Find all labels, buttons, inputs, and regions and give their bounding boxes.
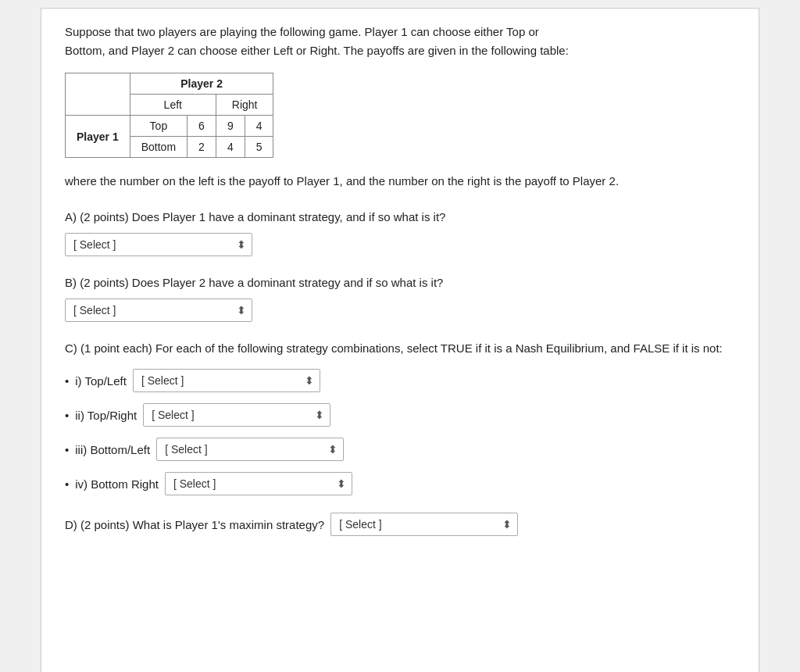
question-a-block: A) (2 points) Does Player 1 have a domin… — [65, 208, 735, 256]
question-b-text: B) (2 points) Does Player 2 have a domin… — [65, 273, 735, 292]
sub-label-ii: ii) Top/Right — [75, 409, 137, 422]
intro-text: Suppose that two players are playing the… — [65, 23, 735, 60]
question-b-block: B) (2 points) Does Player 2 have a domin… — [65, 273, 735, 322]
bullet-i: • — [65, 374, 69, 388]
question-c-intro: C) (1 point each) For each of the follow… — [65, 339, 735, 358]
sub-select-i[interactable]: [ Select ] TRUE FALSE — [133, 369, 320, 392]
sub-select-wrapper-i: [ Select ] TRUE FALSE ⬍ — [133, 369, 320, 392]
sub-select-wrapper-ii: [ Select ] TRUE FALSE ⬍ — [143, 403, 330, 427]
sub-question-iv: • iv) Bottom Right [ Select ] TRUE FALSE… — [65, 472, 735, 495]
part-d-row: D) (2 points) What is Player 1's maximin… — [65, 513, 735, 536]
sub-label-i: i) Top/Left — [75, 374, 127, 388]
sub-select-iii[interactable]: [ Select ] TRUE FALSE — [156, 438, 344, 461]
sub-question-iii: • iii) Bottom/Left [ Select ] TRUE FALSE… — [65, 438, 735, 461]
sub-select-ii[interactable]: [ Select ] TRUE FALSE — [143, 403, 330, 427]
question-d-select[interactable]: [ Select ] Top Bottom — [330, 513, 518, 536]
top-label: Top — [130, 116, 187, 137]
top-right-p1: 9 — [216, 116, 245, 137]
sub-select-wrapper-iv: [ Select ] TRUE FALSE ⬍ — [165, 472, 352, 495]
question-b-select[interactable]: [ Select ] Yes - Left Yes - Right No dom… — [65, 298, 252, 322]
question-a-select-wrapper: [ Select ] Yes - Top Yes - Bottom No dom… — [65, 233, 252, 256]
sub-question-ii: • ii) Top/Right [ Select ] TRUE FALSE ⬍ — [65, 403, 735, 427]
page-container: Suppose that two players are playing the… — [41, 8, 759, 672]
player2-header: Player 2 — [130, 73, 273, 95]
bullet-iv: • — [65, 477, 69, 491]
question-d-block: D) (2 points) What is Player 1's maximin… — [65, 513, 735, 536]
bullet-iii: • — [65, 443, 69, 456]
bullet-ii: • — [65, 409, 69, 422]
description-text: where the number on the left is the payo… — [65, 172, 735, 191]
sub-label-iii: iii) Bottom/Left — [75, 443, 150, 456]
bottom-right-p1: 5 — [245, 137, 273, 158]
question-a-text: A) (2 points) Does Player 1 have a domin… — [65, 208, 735, 227]
question-d-text: D) (2 points) What is Player 1's maximin… — [65, 518, 324, 531]
sub-question-i: • i) Top/Left [ Select ] TRUE FALSE ⬍ — [65, 369, 735, 392]
bottom-label: Bottom — [130, 137, 187, 158]
right-header: Right — [216, 95, 273, 116]
question-b-select-wrapper: [ Select ] Yes - Left Yes - Right No dom… — [65, 298, 252, 322]
empty-cell-mid — [66, 95, 130, 116]
question-d-select-wrapper: [ Select ] Top Bottom ⬍ — [330, 513, 518, 536]
left-header: Left — [130, 95, 216, 116]
sub-label-iv: iv) Bottom Right — [75, 477, 159, 491]
payoff-table: Player 2 Left Right Player 1 Top 6 9 4 B… — [65, 73, 273, 158]
payoff-table-wrapper: Player 2 Left Right Player 1 Top 6 9 4 B… — [65, 73, 735, 158]
top-right-p2: 4 — [245, 116, 273, 137]
empty-cell-topleft — [66, 73, 130, 95]
question-c-block: C) (1 point each) For each of the follow… — [65, 339, 735, 495]
player1-label: Player 1 — [66, 116, 130, 158]
question-a-select[interactable]: [ Select ] Yes - Top Yes - Bottom No dom… — [65, 233, 252, 256]
top-left-p1: 6 — [188, 116, 216, 137]
sub-select-wrapper-iii: [ Select ] TRUE FALSE ⬍ — [156, 438, 344, 461]
sub-select-iv[interactable]: [ Select ] TRUE FALSE — [165, 472, 352, 495]
bottom-left-p1: 2 — [188, 137, 216, 158]
bottom-left-p2: 4 — [216, 137, 245, 158]
